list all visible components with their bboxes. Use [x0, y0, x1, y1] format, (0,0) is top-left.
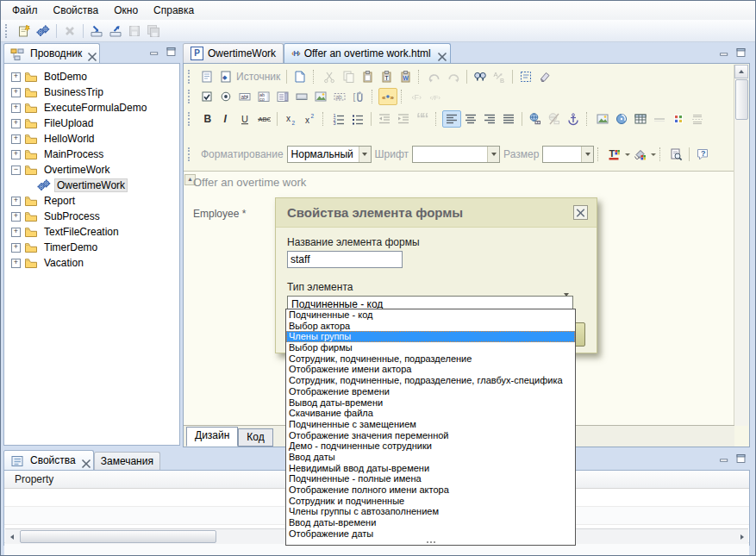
align-center-icon[interactable] [461, 110, 480, 128]
dropdown-option[interactable]: Ввод даты-времени [286, 517, 575, 528]
tab-design[interactable]: Дизайн [186, 427, 238, 447]
toolbar-drag-handle[interactable] [188, 70, 193, 84]
dropdown-option[interactable]: Скачивание файла [286, 408, 575, 419]
dropdown-option[interactable]: Ввод даты [286, 452, 575, 463]
menu-Справка[interactable]: Справка [146, 2, 202, 19]
export-icon[interactable] [106, 22, 125, 40]
cut-icon[interactable] [320, 68, 339, 85]
dropdown-option[interactable]: Отображение значения переменной [286, 430, 575, 441]
select-field-icon[interactable] [273, 88, 292, 105]
toolbar-drag-handle[interactable] [188, 112, 193, 126]
maximize-icon[interactable] [735, 453, 747, 464]
tree-item[interactable]: −OvertimeWork [4, 162, 179, 178]
close-icon[interactable] [79, 457, 87, 465]
scroll-right-icon[interactable] [735, 530, 748, 543]
tree-item[interactable]: +Report [4, 193, 179, 209]
tree-item[interactable]: +TimerDemo [4, 240, 179, 255]
numbered-list-icon[interactable]: 123 [329, 110, 348, 128]
dropdown-option[interactable]: Сотрудник, подчиненные, подразделение [286, 353, 575, 365]
dropdown-option[interactable]: Выбор актора [286, 321, 575, 332]
menu-Окно[interactable]: Окно [106, 2, 146, 19]
expand-icon[interactable]: + [11, 228, 21, 237]
replace-icon[interactable]: AB [490, 68, 509, 85]
dialog-close-icon[interactable] [573, 205, 588, 220]
preview-icon[interactable] [666, 146, 685, 163]
subscript-icon[interactable]: x2 [281, 110, 300, 128]
scroll-up-icon[interactable] [734, 65, 748, 78]
paste-word-icon[interactable]: W [396, 68, 415, 85]
expand-icon[interactable]: + [11, 72, 21, 82]
find-icon[interactable] [471, 68, 490, 85]
dropdown-option[interactable]: Вывод даты-времени [286, 397, 575, 409]
dropdown-option[interactable]: Сотрудник и подчиненные [286, 496, 575, 507]
hidden-field-icon[interactable]: ab [330, 88, 349, 105]
radio-icon[interactable] [216, 88, 235, 105]
dropdown-option[interactable]: Сотрудник, подчиненные, подразделение, г… [286, 375, 575, 386]
close-icon[interactable] [435, 50, 443, 58]
expand-icon[interactable]: + [11, 134, 21, 144]
new-note-icon[interactable] [15, 22, 34, 40]
tab-explorer[interactable]: Проводник [3, 43, 100, 63]
import-icon[interactable] [87, 22, 106, 40]
dropdown-option[interactable]: Подчиненные с замещением [286, 419, 575, 430]
chevron-down-icon[interactable] [581, 147, 593, 162]
tree-item[interactable]: +TextFileCreation [4, 224, 179, 240]
dropdown-option[interactable]: Отображение времени [286, 386, 575, 397]
tab-code[interactable]: Код [238, 428, 272, 447]
dropdown-option[interactable]: Члены группы с автозаполнением [286, 506, 575, 517]
underline-icon[interactable]: U [235, 110, 254, 128]
indent-icon[interactable] [394, 110, 413, 128]
tree-item[interactable]: +BotDemo [4, 69, 179, 84]
image-icon[interactable] [593, 110, 612, 128]
editor-vertical-scrollbar[interactable] [734, 65, 748, 426]
table-icon[interactable] [631, 110, 650, 128]
superscript-icon[interactable]: x2 [300, 110, 319, 128]
text-field-icon[interactable]: ab [235, 88, 254, 105]
dropdown-resize-grip[interactable] [286, 539, 575, 545]
unlink-icon[interactable] [545, 110, 564, 128]
tab-owertimework[interactable]: P OwertimeWork [183, 43, 284, 63]
expand-icon[interactable]: + [11, 103, 21, 113]
bullet-list-icon[interactable] [348, 110, 367, 128]
align-left-icon[interactable] [442, 110, 461, 128]
checkbox-icon[interactable] [197, 88, 216, 105]
tree-item[interactable]: +FileUpload [4, 116, 179, 131]
chevron-down-icon[interactable] [487, 147, 499, 162]
keyboard-icon[interactable] [669, 110, 688, 128]
expand-icon[interactable]: + [11, 119, 21, 128]
remove-format-icon[interactable] [535, 68, 554, 85]
source-icon[interactable]: ◆ [216, 68, 235, 85]
copy-icon[interactable] [339, 68, 358, 85]
strike-icon[interactable]: ABC [254, 110, 273, 128]
paste-text-icon[interactable]: T [377, 68, 396, 85]
blockquote-icon[interactable]: ““ [413, 110, 432, 128]
custom-element-icon[interactable]: «» [378, 88, 397, 105]
dropdown-option[interactable]: Отображение даты [286, 528, 575, 540]
scroll-left-icon[interactable] [5, 530, 18, 543]
save-icon[interactable] [125, 22, 144, 40]
expand-icon[interactable]: + [11, 259, 21, 268]
element-name-input[interactable] [287, 251, 403, 268]
minimize-icon[interactable] [719, 453, 730, 464]
undo-icon[interactable] [425, 68, 444, 85]
dropdown-option[interactable]: Отображение полного имени актора [286, 484, 575, 496]
tree-item[interactable]: +Vacation [4, 255, 179, 271]
form-open-icon[interactable]: ‹F› [408, 88, 427, 105]
redo-icon[interactable] [444, 68, 463, 85]
toolbar-combo[interactable]: Нормальный [287, 146, 372, 163]
dropdown-option[interactable]: Невидимый ввод даты-времени [286, 463, 575, 474]
dropdown-option[interactable]: Выбор фирмы [286, 342, 575, 353]
help-icon[interactable]: ? [693, 146, 712, 163]
source-button-label[interactable]: Источник [236, 71, 280, 83]
templates-icon[interactable] [197, 68, 216, 85]
dropdown-option[interactable]: Подчиненные - код [286, 309, 575, 321]
bold-icon[interactable]: B [197, 110, 216, 128]
tree-item[interactable]: +MainProcess [4, 147, 179, 162]
tab-remarks[interactable]: Замечания [94, 452, 160, 470]
form-close-icon[interactable]: ‹/F› [427, 88, 446, 105]
outdent-icon[interactable] [375, 110, 394, 128]
collapse-icon[interactable]: − [11, 166, 21, 175]
toolbar-drag-handle[interactable] [188, 147, 193, 161]
paste-icon[interactable] [358, 68, 377, 85]
select-all-icon[interactable] [516, 68, 535, 85]
